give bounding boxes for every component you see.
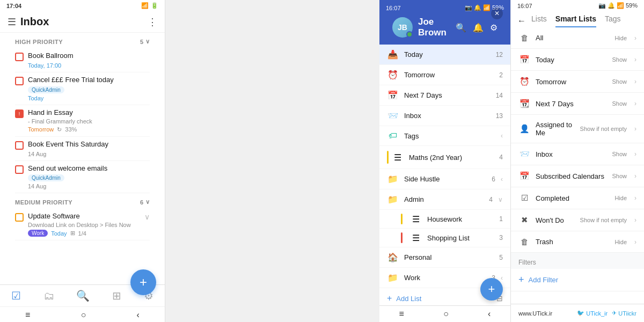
- list-name: Next 7 Days: [404, 91, 491, 99]
- bell-icon[interactable]: 🔔: [473, 23, 484, 33]
- task-meta: 14 Aug: [28, 151, 150, 157]
- list-name: Work: [404, 274, 486, 282]
- chevron-down-icon: ∨: [145, 199, 150, 206]
- smart-item-name: Next 7 Days: [536, 100, 606, 108]
- smart-item[interactable]: ☑ Completed Hide ›: [511, 187, 644, 209]
- next7days-icon: 📅: [387, 90, 399, 100]
- menu-icon[interactable]: ☰: [8, 16, 16, 28]
- list-name: Side Hustle: [404, 175, 486, 183]
- telegram-link[interactable]: ✈ UTiickr: [612, 310, 636, 317]
- all-icon: 🗑: [518, 33, 530, 42]
- task-checkbox[interactable]: [15, 213, 24, 222]
- list-item[interactable]: ☰ Maths (2nd Year) 4: [379, 146, 510, 169]
- nav-lists-icon[interactable]: 🗂: [43, 290, 54, 302]
- lists-fab[interactable]: +: [480, 278, 503, 301]
- android-lines-icon[interactable]: ≡: [399, 309, 404, 319]
- chevron-right-icon: ›: [634, 125, 636, 133]
- smart-list-content: 🗑 All Hide › 📅 Today Show › ⏰ Tomorrow S…: [511, 27, 644, 304]
- task-date: Today, 17:00: [28, 62, 61, 69]
- today-smart-icon: 📅: [518, 55, 530, 64]
- subscribed-smart-icon: 📅: [518, 171, 530, 181]
- back-button[interactable]: ←: [517, 16, 526, 26]
- smart-item[interactable]: 📨 Inbox Show ›: [511, 143, 644, 165]
- chevron-right-icon: ›: [634, 34, 636, 42]
- android-home-icon[interactable]: ○: [443, 309, 449, 319]
- profile-name: Joe Brown: [418, 17, 450, 38]
- android-lines-icon[interactable]: ≡: [25, 310, 30, 320]
- table-row[interactable]: Book Ballroom Today, 17:00: [15, 48, 150, 72]
- inbox-header: ☰ Inbox ⋮: [0, 11, 165, 33]
- chevron-left-icon: ‹: [501, 132, 503, 140]
- chevron-left-icon: ‹: [501, 274, 503, 282]
- status-time-1: 17:04: [6, 3, 21, 9]
- task-date: 14 Aug: [28, 183, 46, 189]
- list-item[interactable]: 📥 Today 12: [379, 45, 510, 65]
- list-item[interactable]: 🏷 Tags ‹: [379, 126, 510, 146]
- list-item[interactable]: 📁 Side Hustle 6 ‹: [379, 169, 510, 189]
- task-checkbox[interactable]: [15, 165, 24, 174]
- twitter-link[interactable]: 🐦 UTick_ir: [577, 310, 608, 317]
- lists-content: ✕ 📥 Today 12 ⏰ Tomorrow 2 📅 Next 7 Days …: [379, 45, 510, 305]
- list-item[interactable]: 🏠 Personal 5: [379, 247, 510, 268]
- chevron-right-icon: ›: [634, 150, 636, 158]
- list-item[interactable]: ⏰ Tomorrow 2: [379, 65, 510, 85]
- task-content: Book Event This Saturday 14 Aug: [28, 140, 150, 157]
- table-row[interactable]: Book Event This Saturday 14 Aug: [15, 137, 150, 161]
- list-item[interactable]: ☰ Shopping List 3: [379, 229, 510, 247]
- lists-header: 16:07 📷 🔔 📶 59% JB Joe Brown 🔍 🔔 ⚙: [379, 0, 510, 45]
- smart-item[interactable]: 👤 Assigned to Me Show if not empty ›: [511, 115, 644, 143]
- smart-item[interactable]: 📅 Today Show ›: [511, 49, 644, 71]
- list-item[interactable]: 📁 Admin 4 ∨: [379, 189, 510, 210]
- chevron-left-icon: ‹: [501, 175, 503, 183]
- list-name: Personal: [404, 253, 494, 261]
- add-task-fab[interactable]: +: [130, 269, 156, 295]
- chevron-right-icon: ›: [634, 216, 636, 224]
- android-back-icon[interactable]: ‹: [488, 309, 491, 319]
- tab-smart-lists[interactable]: Smart Lists: [555, 14, 596, 27]
- task-checkbox[interactable]: [15, 77, 24, 85]
- task-checkbox[interactable]: [15, 53, 24, 61]
- smart-item-name: All: [536, 34, 609, 42]
- smart-item[interactable]: ✖ Won't Do Show if not empty ›: [511, 209, 644, 231]
- task-tag: QuickAdmin: [28, 86, 64, 93]
- nav-search-icon[interactable]: 🔍: [76, 289, 90, 302]
- smart-item-action: Show if not empty: [580, 217, 627, 223]
- smart-item-name: Subscribed Calendars: [536, 172, 606, 180]
- table-row[interactable]: ! Hand in Essay - Final Grammarly check …: [15, 105, 150, 137]
- smart-item[interactable]: 🗑 Trash Hide ›: [511, 231, 644, 253]
- add-filter-row[interactable]: + Add Filter: [511, 269, 644, 291]
- table-row[interactable]: Send out welcome emails QuickAdmin 14 Au…: [15, 161, 150, 194]
- smart-item-action: Hide: [614, 195, 627, 201]
- inbox-icon: 📨: [387, 111, 399, 121]
- header-icons: 🔍 🔔 ⚙: [456, 23, 497, 33]
- task-tag: QuickAdmin: [28, 174, 64, 181]
- progress-text: 33%: [65, 126, 77, 133]
- task-name: Hand in Essay: [28, 108, 150, 118]
- list-name: Inbox: [404, 112, 491, 120]
- task-checkbox[interactable]: [15, 141, 24, 150]
- table-row[interactable]: Update Software ∨ Download Link on Deskt…: [15, 209, 150, 240]
- smart-item[interactable]: 🗑 All Hide ›: [511, 27, 644, 49]
- smart-item[interactable]: 📅 Subscribed Calendars Show ›: [511, 165, 644, 187]
- list-count: 6: [492, 175, 495, 183]
- smart-item[interactable]: ⏰ Tomorrow Show ›: [511, 71, 644, 93]
- gear-icon[interactable]: ⚙: [490, 23, 497, 33]
- search-icon[interactable]: 🔍: [456, 23, 466, 33]
- tab-tags[interactable]: Tags: [605, 14, 621, 27]
- android-back-icon[interactable]: ‹: [137, 310, 140, 320]
- table-row[interactable]: Cancel £££ Free Trial today QuickAdmin T…: [15, 72, 150, 105]
- list-item[interactable]: 📨 Inbox 13: [379, 106, 510, 126]
- list-item[interactable]: ☰ Housework 1: [379, 210, 510, 229]
- kebab-menu-icon[interactable]: ⋮: [148, 16, 157, 28]
- tab-lists[interactable]: Lists: [531, 14, 547, 27]
- nav-grid-icon[interactable]: ⊞: [112, 289, 121, 302]
- work-icon: 📁: [387, 273, 399, 283]
- list-item[interactable]: 📅 Next 7 Days 14: [379, 85, 510, 106]
- smart-item[interactable]: 📆 Next 7 Days Show ›: [511, 93, 644, 115]
- nav-inbox-icon[interactable]: ☑: [11, 289, 21, 302]
- task-checkbox[interactable]: !: [15, 109, 24, 118]
- inbox-title-group: ☰ Inbox: [8, 16, 49, 28]
- status-icons-1: 📶 🔋: [141, 2, 158, 9]
- personal-icon: 🏠: [387, 252, 399, 262]
- android-home-icon[interactable]: ○: [81, 310, 86, 320]
